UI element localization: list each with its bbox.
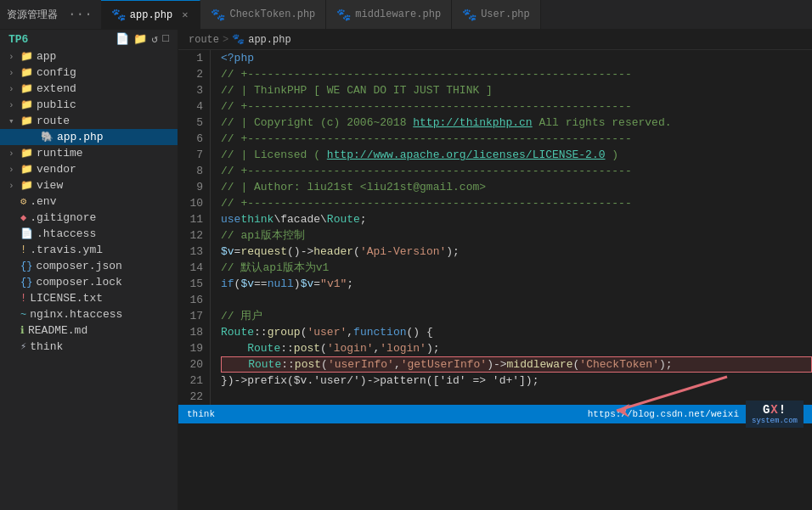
tree-file-icon: 📁 — [20, 147, 33, 160]
collapse-icon[interactable]: □ — [162, 32, 169, 46]
tab-middleware.php[interactable]: 🐾middleware.php — [326, 0, 452, 29]
code-line-6: // +------------------------------------… — [221, 131, 812, 147]
more-options-icon[interactable]: ··· — [68, 7, 93, 22]
tree-file-icon: 📁 — [20, 179, 33, 192]
tab-User.php[interactable]: 🐾User.php — [452, 0, 541, 29]
sidebar-item-route[interactable]: ▾ 📁 route — [0, 113, 178, 129]
line-number-6: 6 — [185, 131, 203, 147]
sidebar-item-config[interactable]: › 📁 config — [0, 64, 178, 81]
sidebar-item-vendor[interactable]: › 📁 vendor — [0, 161, 178, 177]
tree-item-label: nginx.htaccess — [30, 308, 122, 321]
line-number-10: 10 — [185, 195, 203, 211]
line-number-15: 15 — [185, 276, 203, 292]
code-line-17: // 用户 — [221, 308, 812, 324]
tab-php-icon: 🐾 — [111, 8, 126, 22]
tree-item-label: route — [37, 115, 70, 127]
code-line-18: Route::group('user', function () { — [221, 324, 812, 340]
code-line-21: })->prefix($v.'user/')->pattern(['id' =>… — [221, 373, 812, 389]
code-line-7: // | Licensed ( http://www.apache.org/li… — [221, 147, 812, 163]
line-number-14: 14 — [185, 260, 203, 276]
new-file-icon[interactable]: 📄 — [116, 32, 129, 46]
refresh-icon[interactable]: ↺ — [151, 32, 158, 46]
tree-item-label: .travis.yml — [30, 244, 103, 256]
tab-label: User.php — [481, 8, 530, 20]
sidebar-item-app[interactable]: › 📁 app — [0, 48, 178, 64]
tree-file-icon: 📁 — [20, 82, 33, 95]
code-line-9: // | Author: liu21st <liu21st@gmail.com> — [221, 179, 812, 195]
sidebar-item-extend[interactable]: › 📁 extend — [0, 81, 178, 97]
tree-file-icon: ! — [20, 293, 26, 305]
tree-item-label: config — [37, 66, 76, 79]
tree-file-icon: 🐘 — [41, 131, 54, 143]
breadcrumb-route: route — [189, 34, 219, 46]
tree-item-label: composer.json — [36, 260, 121, 272]
line-numbers: 12345678910111213141516171819202122 — [178, 50, 211, 405]
sidebar-item-view[interactable]: › 📁 view — [0, 177, 178, 193]
tree-item-label: .env — [30, 195, 56, 208]
tree-file-icon: {} — [20, 277, 32, 289]
tree-arrow-icon: › — [8, 181, 17, 191]
code-line-2: // +------------------------------------… — [221, 66, 812, 82]
code-line-15: if ($v == null) $v = "v1"; — [221, 276, 812, 292]
sidebar-item-nginx.htaccess[interactable]: ~ nginx.htaccess — [0, 306, 178, 322]
sidebar: TP6 📄 📁 ↺ □ › 📁 app › 📁 config › 📁 exten… — [0, 30, 178, 510]
sidebar-item-LICENSE.txt[interactable]: ! LICENSE.txt — [0, 290, 178, 306]
sidebar-item-.travis.yml[interactable]: ! .travis.yml — [0, 242, 178, 258]
tab-bar: 🐾app.php✕🐾CheckToken.php🐾middleware.php🐾… — [101, 0, 805, 29]
sidebar-item-.env[interactable]: ⚙ .env — [0, 193, 178, 210]
tree-item-label: LICENSE.txt — [30, 292, 103, 305]
sidebar-item-.gitignore[interactable]: ◆ .gitignore — [0, 210, 178, 226]
status-left: think — [187, 409, 215, 419]
tp6-label: TP6 — [8, 33, 28, 46]
tab-php-icon: 🐾 — [462, 8, 476, 22]
code-line-1: <?php — [221, 50, 812, 66]
tree-item-label: .gitignore — [30, 211, 96, 224]
code-line-11: use think\facade\Route; — [221, 211, 812, 227]
breadcrumb: route > 🐾 app.php — [178, 30, 812, 50]
sidebar-tp6-row: TP6 📄 📁 ↺ □ — [0, 30, 178, 48]
tab-label: middleware.php — [355, 8, 441, 20]
code-content: <?php// +-------------------------------… — [211, 50, 812, 405]
line-number-8: 8 — [185, 163, 203, 179]
tree-file-icon: ◆ — [20, 211, 26, 224]
code-line-5: // | Copyright (c) 2006~2018 http://thin… — [221, 115, 812, 131]
tree-arrow-icon: › — [8, 100, 17, 110]
tree-arrow-icon: › — [8, 84, 17, 94]
code-line-10: // +------------------------------------… — [221, 195, 812, 211]
tree-item-label: vendor — [37, 163, 76, 176]
watermark-logo: GX! — [763, 403, 787, 417]
line-number-21: 21 — [185, 373, 203, 389]
sidebar-item-README.md[interactable]: ℹ README.md — [0, 322, 178, 339]
tree-arrow-icon: ▾ — [8, 115, 17, 126]
code-line-12: // api版本控制 — [221, 227, 812, 244]
sidebar-item-app.php[interactable]: 🐘 app.php — [0, 129, 178, 145]
status-right: https://blog.csdn.net/weixi GX! system.c… — [588, 401, 804, 428]
breadcrumb-sep: > — [223, 34, 228, 46]
tab-app.php[interactable]: 🐾app.php✕ — [101, 0, 201, 29]
tab-close-icon[interactable]: ✕ — [180, 7, 189, 23]
tree-file-icon: {} — [20, 261, 32, 272]
sidebar-item-public[interactable]: › 📁 public — [0, 97, 178, 113]
explorer-label: 资源管理器 ··· — [7, 7, 93, 22]
breadcrumb-file: app.php — [248, 34, 290, 46]
tree-item-label: .htaccess — [37, 227, 96, 240]
tree-item-label: think — [30, 340, 63, 353]
sidebar-item-runtime[interactable]: › 📁 runtime — [0, 145, 178, 161]
code-line-3: // | ThinkPHP [ WE CAN DO IT JUST THINK … — [221, 82, 812, 98]
sidebar-item-think[interactable]: ⚡ think — [0, 339, 178, 355]
code-line-16 — [221, 292, 812, 308]
status-bar: think https://blog.csdn.net/weixi GX! sy… — [178, 405, 812, 423]
watermark-sub: system.com — [752, 417, 798, 425]
tree-item-label: composer.lock — [36, 276, 121, 289]
sidebar-item-.htaccess[interactable]: 📄 .htaccess — [0, 226, 178, 242]
tab-CheckToken.php[interactable]: 🐾CheckToken.php — [200, 0, 326, 29]
sidebar-item-composer.lock[interactable]: {} composer.lock — [0, 274, 178, 290]
code-area[interactable]: 12345678910111213141516171819202122 <?ph… — [178, 50, 812, 405]
new-folder-icon[interactable]: 📁 — [133, 32, 147, 46]
line-number-3: 3 — [185, 82, 203, 98]
editor-wrapper: route > 🐾 app.php 1234567891011121314151… — [178, 30, 812, 510]
line-number-1: 1 — [185, 50, 203, 66]
watermark: GX! system.com — [746, 401, 804, 428]
line-number-4: 4 — [185, 98, 203, 115]
sidebar-item-composer.json[interactable]: {} composer.json — [0, 258, 178, 274]
